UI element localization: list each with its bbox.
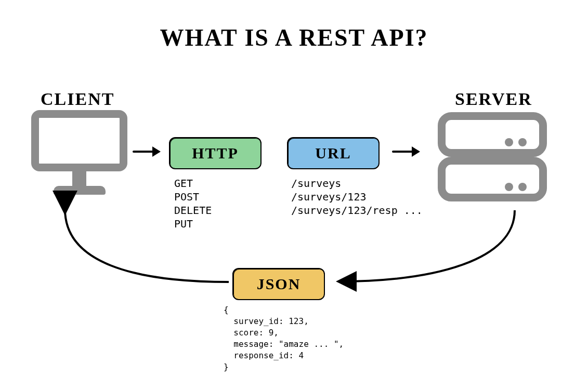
json-body: { survey_id: 123, score: 9, message: "am… xyxy=(224,304,344,373)
arrow-client-to-http-icon xyxy=(133,151,160,153)
server-stack-icon xyxy=(438,112,547,211)
diagram-title: WHAT IS A REST API? xyxy=(0,24,588,51)
http-box-label: HTTP xyxy=(192,144,239,162)
url-box-label: URL xyxy=(315,144,351,162)
url-box: URL xyxy=(287,137,380,169)
arrow-url-to-server-icon xyxy=(392,151,419,153)
arrow-json-to-client-icon xyxy=(49,205,242,293)
json-box: JSON xyxy=(232,268,325,300)
server-label: SERVER xyxy=(455,89,532,109)
client-monitor-icon xyxy=(31,110,127,198)
http-box: HTTP xyxy=(169,137,262,169)
client-label: CLIENT xyxy=(41,89,114,109)
arrow-server-to-json-icon xyxy=(322,208,541,291)
json-box-label: JSON xyxy=(257,275,301,293)
